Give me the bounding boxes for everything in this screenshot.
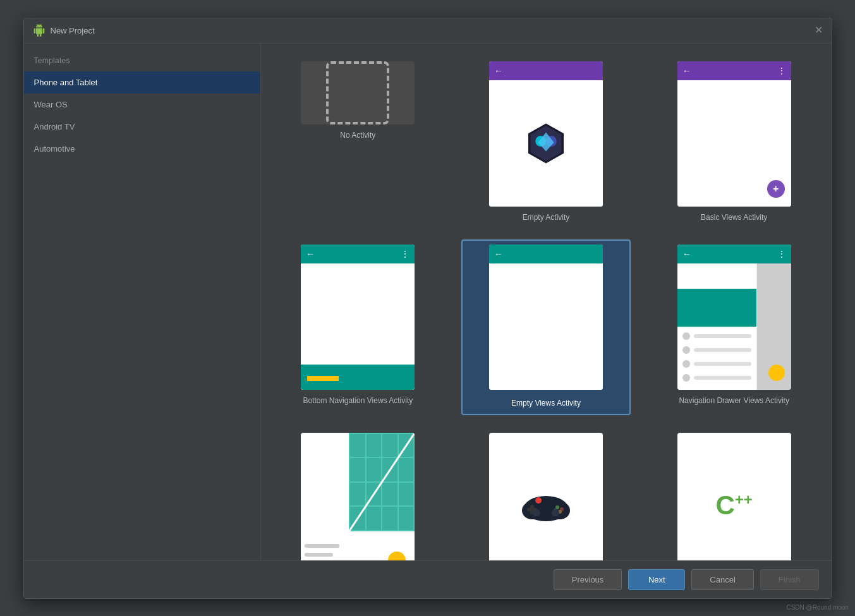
main-area: No Activity ← bbox=[261, 44, 832, 560]
previous-button[interactable]: Previous bbox=[554, 569, 622, 590]
watermark: CSDN @Round moon bbox=[786, 604, 849, 611]
template-label-basic-views: Basic Views Activity bbox=[701, 213, 767, 222]
phone-top-bar-basic-views: ← ⋮ bbox=[677, 61, 791, 80]
game-controller-icon bbox=[521, 486, 571, 524]
new-project-dialog: New Project ✕ Templates Phone and Tablet… bbox=[23, 18, 832, 599]
cancel-button[interactable]: Cancel bbox=[691, 569, 753, 590]
drawer-list-item-1 bbox=[682, 332, 751, 341]
phone-body-empty-activity bbox=[489, 80, 603, 207]
drawer-line-3 bbox=[694, 362, 751, 366]
phone-body-bottom-nav bbox=[301, 263, 415, 390]
phone-mockup-bottom-nav: ← ⋮ bbox=[301, 245, 415, 390]
svg-point-16 bbox=[533, 509, 540, 517]
templates-grid: No Activity ← bbox=[274, 56, 819, 560]
content-area: Templates Phone and Tablet Wear OS Andro… bbox=[24, 44, 832, 560]
sidebar-item-automotive[interactable]: Automotive bbox=[24, 138, 260, 160]
chart-list-item-1 bbox=[305, 544, 339, 548]
drawer-header bbox=[677, 289, 756, 327]
phone-body-empty-views bbox=[489, 263, 603, 390]
template-label-empty-views-selected: Empty Views Activity bbox=[505, 396, 587, 410]
drawer-line-1 bbox=[694, 334, 751, 338]
bottom-nav-bar bbox=[301, 365, 415, 390]
chart-list-items bbox=[305, 544, 343, 560]
fab-basic-views: + bbox=[767, 180, 785, 198]
template-thumb-basic-views: ← ⋮ + bbox=[677, 61, 791, 207]
template-no-activity[interactable]: No Activity bbox=[274, 56, 443, 145]
sidebar-item-phone-tablet[interactable]: Phone and Tablet bbox=[24, 71, 260, 94]
phone-top-bar-empty-activity: ← bbox=[489, 61, 603, 80]
template-label-bottom-nav: Bottom Navigation Views Activity bbox=[303, 396, 413, 405]
drawer-dot-2 bbox=[682, 346, 690, 354]
template-thumb-nav-drawer: ← ⋮ bbox=[677, 245, 791, 390]
drawer-list-item-3 bbox=[682, 359, 751, 368]
sidebar-item-wear-os[interactable]: Wear OS bbox=[24, 94, 260, 116]
phone-top-bar-bottom-nav: ← ⋮ bbox=[301, 245, 415, 263]
template-thumb-empty-activity: ← bbox=[489, 61, 603, 207]
svg-point-11 bbox=[555, 505, 559, 509]
back-arrow-icon: ← bbox=[494, 66, 503, 76]
template-native-cpp[interactable]: C++ Native C++ bbox=[650, 428, 819, 560]
more-dots-icon-bn: ⋮ bbox=[401, 249, 409, 259]
cpp-logo: C++ bbox=[715, 490, 752, 521]
template-label-no-activity: No Activity bbox=[340, 131, 375, 140]
dialog-title: New Project bbox=[51, 26, 95, 35]
phone-mockup-empty-activity: ← bbox=[489, 61, 603, 207]
template-game-activity[interactable]: Game Activity bbox=[461, 428, 631, 560]
drawer-line-4 bbox=[694, 376, 751, 380]
android-icon bbox=[33, 24, 45, 37]
template-bottom-nav[interactable]: ← ⋮ Bottom Navigation Views Activity bbox=[274, 239, 443, 410]
android-logo-container bbox=[489, 80, 603, 207]
template-thumb-no-activity bbox=[301, 61, 415, 124]
template-nav-drawer[interactable]: ← ⋮ bbox=[650, 239, 819, 410]
drawer-body bbox=[677, 263, 791, 390]
template-empty-views[interactable]: ← Empty Views Activity bbox=[461, 239, 631, 415]
template-thumb-native-cpp: C++ bbox=[677, 433, 791, 560]
android-hex-logo bbox=[524, 121, 568, 166]
next-button[interactable]: Next bbox=[628, 569, 685, 590]
template-responsive-views[interactable]: Responsive Views Activity bbox=[274, 428, 443, 560]
drawer-dot-1 bbox=[682, 332, 690, 340]
chart-list-item-2 bbox=[305, 553, 333, 557]
title-bar-left: New Project bbox=[33, 24, 95, 37]
back-arrow-icon-nd: ← bbox=[682, 249, 691, 259]
back-arrow-icon-ev: ← bbox=[494, 249, 503, 259]
back-arrow-icon-bn: ← bbox=[306, 249, 315, 259]
title-bar: New Project ✕ bbox=[24, 18, 832, 44]
phone-body-basic-views: + bbox=[677, 80, 791, 207]
svg-point-15 bbox=[535, 497, 542, 504]
template-basic-views[interactable]: ← ⋮ + Basic Views Activity bbox=[650, 56, 819, 227]
chart-fab bbox=[388, 552, 406, 560]
drawer-list-item-4 bbox=[682, 373, 751, 382]
template-thumb-bottom-nav: ← ⋮ bbox=[301, 245, 415, 390]
chart-teal-area bbox=[349, 433, 415, 531]
bottom-nav-indicator bbox=[307, 376, 339, 381]
fab-nav-drawer bbox=[768, 365, 785, 381]
back-arrow-icon-bv: ← bbox=[682, 66, 691, 76]
template-empty-activity[interactable]: ← bbox=[461, 56, 631, 227]
template-thumb-responsive-views bbox=[301, 433, 415, 560]
template-thumb-game bbox=[489, 433, 603, 560]
drawer-dot-3 bbox=[682, 360, 690, 368]
sidebar: Templates Phone and Tablet Wear OS Andro… bbox=[24, 44, 261, 560]
template-label-empty-activity: Empty Activity bbox=[523, 213, 570, 222]
more-dots-icon-nd: ⋮ bbox=[777, 249, 786, 259]
phone-mockup-basic-views: ← ⋮ + bbox=[677, 61, 791, 207]
sidebar-item-android-tv[interactable]: Android TV bbox=[24, 116, 260, 138]
sidebar-section-label: Templates bbox=[24, 51, 260, 71]
drawer-dot-4 bbox=[682, 374, 690, 382]
phone-mockup-empty-views: ← bbox=[489, 245, 603, 390]
dashed-square bbox=[326, 61, 389, 124]
svg-point-17 bbox=[552, 509, 559, 517]
template-label-nav-drawer: Navigation Drawer Views Activity bbox=[679, 396, 789, 405]
svg-line-5 bbox=[349, 433, 415, 531]
template-thumb-empty-views: ← bbox=[489, 245, 603, 390]
finish-button[interactable]: Finish bbox=[760, 569, 819, 590]
footer: Previous Next Cancel Finish bbox=[24, 560, 832, 598]
phone-top-bar-empty-views: ← bbox=[489, 245, 603, 263]
drawer-list-item-2 bbox=[682, 346, 751, 354]
more-dots-icon-bv: ⋮ bbox=[777, 66, 786, 76]
close-button[interactable]: ✕ bbox=[815, 25, 823, 35]
drawer-line-2 bbox=[694, 348, 751, 352]
phone-top-bar-nav-drawer: ← ⋮ bbox=[677, 245, 791, 263]
chart-diagonal-line bbox=[349, 433, 415, 531]
